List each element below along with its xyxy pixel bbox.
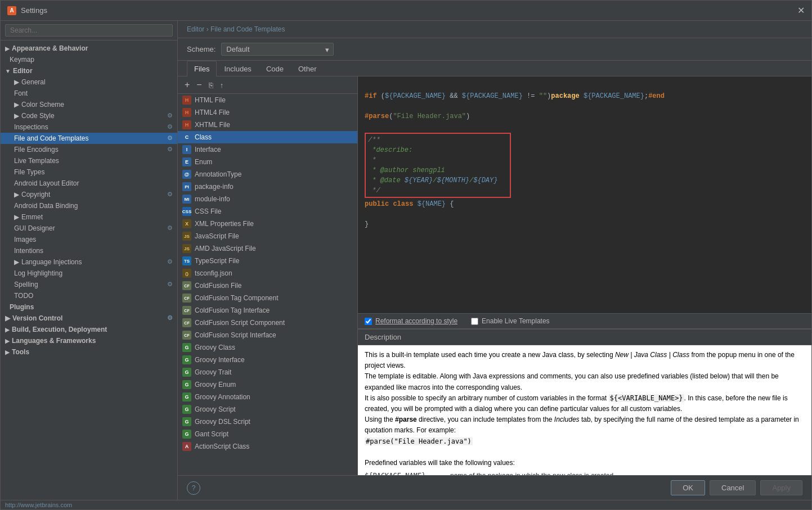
move-template-button[interactable]: ↑	[218, 79, 226, 91]
sidebar-item-tools[interactable]: ▶Tools	[1, 346, 177, 358]
sidebar-item-editor[interactable]: ▼Editor	[1, 65, 177, 76]
scheme-label: Scheme:	[187, 45, 216, 53]
add-template-button[interactable]: +	[182, 79, 192, 91]
sidebar-item-code-style[interactable]: ▶Code Style ⚙	[1, 110, 177, 121]
code-line-class: public class ${NAME} {	[365, 199, 805, 209]
file-item-class[interactable]: C Class	[178, 131, 357, 143]
file-item-cf-script-comp[interactable]: CF ColdFusion Script Component	[178, 317, 357, 329]
status-bar: http://www.jetbrains.com	[1, 500, 811, 509]
apply-button[interactable]: Apply	[760, 480, 802, 495]
var-desc: name of the package in which the new cla…	[450, 471, 613, 475]
scheme-select[interactable]: Default Project	[221, 43, 334, 56]
sidebar-item-copyright[interactable]: ▶Copyright ⚙	[1, 189, 177, 200]
file-item-xhtml[interactable]: H XHTML File	[178, 119, 357, 131]
file-item-enum[interactable]: E Enum	[178, 156, 357, 168]
file-item-groovy-trait[interactable]: G Groovy Trait	[178, 366, 357, 378]
sidebar-item-version-control[interactable]: ▶Version Control ⚙	[1, 313, 177, 324]
file-item-package-info[interactable]: PI package-info	[178, 180, 357, 193]
description-panel: Description This is a built-in template …	[358, 329, 811, 475]
dialog-content: ▶Appearance & Behavior Keymap ▼Editor ▶G…	[1, 21, 811, 500]
cancel-button[interactable]: Cancel	[710, 480, 756, 495]
reformat-option: Reformat according to style	[365, 317, 457, 325]
file-item-groovy-enum[interactable]: G Groovy Enum	[178, 378, 357, 391]
close-button[interactable]: ✕	[797, 5, 805, 16]
sidebar-item-android-layout[interactable]: Android Layout Editor	[1, 178, 177, 189]
tab-files[interactable]: Files	[187, 61, 217, 76]
file-item-html[interactable]: H HTML File	[178, 94, 357, 106]
search-input[interactable]	[5, 24, 173, 37]
file-item-cf-script-iface[interactable]: CF ColdFusion Script Interface	[178, 329, 357, 341]
file-item-label: Class	[195, 133, 212, 141]
sidebar-item-gui-designer[interactable]: GUI Designer ⚙	[1, 223, 177, 234]
file-item-label: Groovy Class	[195, 344, 235, 351]
file-item-module-info[interactable]: MI module-info	[178, 193, 357, 205]
sidebar-item-build[interactable]: ▶Build, Execution, Deployment	[1, 324, 177, 335]
file-item-cf[interactable]: CF ColdFusion File	[178, 279, 357, 292]
help-button[interactable]: ?	[187, 481, 200, 495]
file-item-label: ActionScript Class	[195, 443, 249, 450]
sidebar-item-general[interactable]: ▶General	[1, 76, 177, 88]
file-item-cf-tag-comp[interactable]: CF ColdFusion Tag Component	[178, 292, 357, 304]
file-item-actionscript[interactable]: A ActionScript Class	[178, 440, 357, 453]
sidebar-item-android-data-binding[interactable]: Android Data Binding	[1, 200, 177, 211]
file-item-annotation[interactable]: @ AnnotationType	[178, 168, 357, 180]
file-item-tsconfig[interactable]: {} tsconfig.json	[178, 267, 357, 279]
sidebar-item-inspections[interactable]: Inspections ⚙	[1, 121, 177, 133]
live-templates-label[interactable]: Enable Live Templates	[482, 317, 550, 325]
reformat-checkbox[interactable]	[365, 318, 372, 325]
file-item-ts[interactable]: TS TypeScript File	[178, 255, 357, 267]
tab-code[interactable]: Code	[259, 61, 291, 76]
sidebar-item-file-code-templates[interactable]: File and Code Templates ⚙	[1, 133, 177, 144]
file-item-label: XML Properties File	[195, 220, 254, 228]
file-item-label: XHTML File	[195, 121, 230, 129]
sidebar-item-lang-injections[interactable]: ▶Language Injections ⚙	[1, 256, 177, 268]
sidebar-item-live-templates[interactable]: Live Templates	[1, 155, 177, 166]
tab-other[interactable]: Other	[291, 61, 324, 76]
live-templates-checkbox[interactable]	[471, 318, 478, 325]
file-item-interface[interactable]: I Interface	[178, 143, 357, 156]
file-item-amd-js[interactable]: JS AMD JavaScript File	[178, 242, 357, 255]
file-item-css[interactable]: CSS CSS File	[178, 205, 357, 218]
sidebar-item-log-highlighting[interactable]: Log Highlighting	[1, 268, 177, 279]
file-item-groovy-dsl[interactable]: G Groovy DSL Script	[178, 416, 357, 428]
file-item-xml-props[interactable]: X XML Properties File	[178, 218, 357, 230]
sidebar-item-color-scheme[interactable]: ▶Color Scheme	[1, 99, 177, 110]
sidebar-item-plugins[interactable]: Plugins	[1, 301, 177, 313]
js-file-icon: JS	[182, 232, 191, 241]
copy-template-button[interactable]: ⎘	[207, 79, 216, 91]
sidebar-item-keymap[interactable]: Keymap	[1, 54, 177, 65]
ts-file-icon: TS	[182, 256, 191, 265]
file-item-groovy-class[interactable]: G Groovy Class	[178, 341, 357, 354]
sidebar-item-intentions[interactable]: Intentions	[1, 245, 177, 256]
file-item-groovy-annotation[interactable]: G Groovy Annotation	[178, 391, 357, 403]
file-item-cf-tag-iface[interactable]: CF ColdFusion Tag Interface	[178, 304, 357, 317]
tab-includes[interactable]: Includes	[217, 61, 258, 76]
sidebar-item-images[interactable]: Images	[1, 234, 177, 245]
file-item-js[interactable]: JS JavaScript File	[178, 230, 357, 242]
file-item-groovy-script[interactable]: G Groovy Script	[178, 403, 357, 416]
sidebar-item-appearance[interactable]: ▶Appearance & Behavior	[1, 43, 177, 54]
sidebar-item-font[interactable]: Font	[1, 88, 177, 99]
remove-template-button[interactable]: −	[194, 79, 204, 91]
file-item-html4[interactable]: H HTML4 File	[178, 106, 357, 119]
expand-arrow: ▶	[14, 213, 19, 221]
file-item-label: package-info	[195, 183, 234, 191]
reformat-label[interactable]: Reformat according to style	[375, 317, 457, 325]
file-item-label: Groovy Enum	[195, 381, 236, 389]
sidebar-item-spelling[interactable]: Spelling ⚙	[1, 279, 177, 290]
ok-button[interactable]: OK	[671, 480, 705, 495]
sidebar-item-file-types[interactable]: File Types	[1, 166, 177, 178]
file-item-groovy-iface[interactable]: G Groovy Interface	[178, 354, 357, 366]
sidebar-fe-label: File Encodings	[14, 146, 59, 154]
sidebar-item-languages[interactable]: ▶Languages & Frameworks	[1, 335, 177, 346]
file-item-label: ColdFusion Script Interface	[195, 331, 276, 339]
code-editor[interactable]: #if (${PACKAGE_NAME} && ${PACKAGE_NAME} …	[358, 76, 811, 313]
file-item-label: ColdFusion Tag Interface	[195, 306, 270, 314]
expand-arrow: ▼	[5, 68, 11, 74]
sidebar-item-file-encodings[interactable]: File Encodings ⚙	[1, 144, 177, 155]
file-item-gant[interactable]: G Gant Script	[178, 428, 357, 440]
html-file-icon: H	[182, 96, 191, 105]
expand-arrow: ▶	[5, 314, 10, 322]
sidebar-item-emmet[interactable]: ▶Emmet	[1, 211, 177, 223]
sidebar-item-todo[interactable]: TODO	[1, 290, 177, 301]
